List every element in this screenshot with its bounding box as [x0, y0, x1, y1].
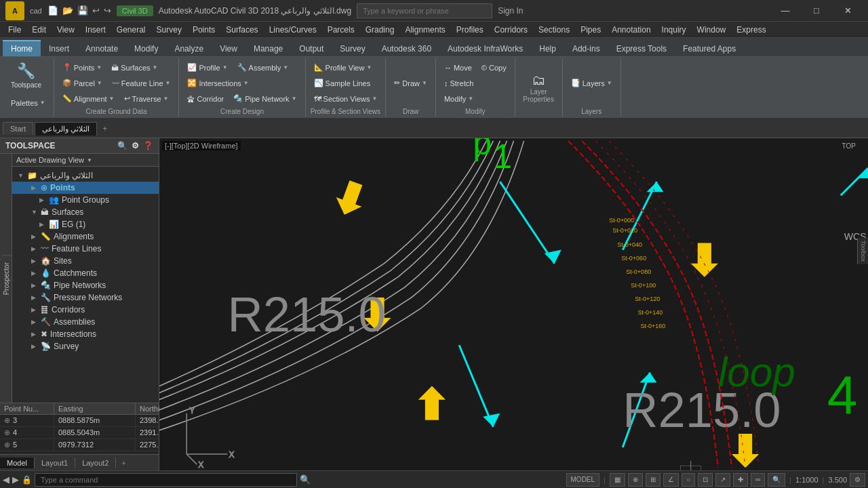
lw-btn[interactable]: ═	[751, 473, 765, 487]
menu-grading[interactable]: Grading	[360, 24, 400, 36]
modify-dropdown-btn[interactable]: Modify ▼	[440, 94, 477, 104]
snap-icon[interactable]: 🔍	[300, 474, 311, 485]
tree-item-corridors[interactable]: ▶ 🛤 Corridors	[12, 304, 159, 316]
drawing-tab-active[interactable]: الثلاثي والرباعي	[35, 122, 97, 136]
model-tab[interactable]: Model	[0, 458, 35, 468]
canvas-area[interactable]: [-][Top][2D Wireframe]	[159, 138, 868, 470]
tab-view[interactable]: View	[212, 40, 245, 56]
toolspace-btn[interactable]: 🔧 Toolspace	[7, 60, 45, 92]
minimize-btn[interactable]: —	[770, 1, 800, 20]
tree-item-feature-lines[interactable]: ▶ 〰 Feature Lines	[12, 243, 159, 255]
osnap-btn[interactable]: ○	[682, 473, 695, 487]
tab-help[interactable]: Help	[531, 40, 564, 56]
assembly-btn[interactable]: 🔧 Assembly ▼	[233, 62, 293, 73]
dyn-btn[interactable]: ✚	[733, 473, 748, 487]
otrack-btn[interactable]: ⊡	[698, 473, 713, 487]
undo-btn[interactable]: ↩	[92, 5, 100, 16]
tree-item-intersections[interactable]: ▶ ✖ Intersections	[12, 328, 159, 340]
menu-general[interactable]: General	[111, 24, 151, 36]
tree-item-points[interactable]: ▶ ⊕ Points	[12, 182, 159, 194]
draw-btn[interactable]: ✏ Draw ▼	[390, 77, 431, 89]
tab-autodesk360[interactable]: Autodesk 360	[374, 40, 439, 56]
profile-btn[interactable]: 📈 Profile ▼	[183, 62, 231, 73]
menu-profiles[interactable]: Profiles	[451, 24, 489, 36]
grid-btn[interactable]: ▦	[610, 473, 625, 487]
parcel-btn[interactable]: 📦 Parcel ▼	[58, 77, 106, 89]
drawing-tab-start[interactable]: Start	[3, 122, 33, 135]
prospector-label[interactable]: Prospector	[1, 255, 12, 302]
search-input[interactable]	[357, 3, 492, 18]
maximize-btn[interactable]: □	[802, 1, 831, 20]
palettes-btn[interactable]: Palettes ▼	[7, 98, 50, 108]
polar-btn[interactable]: ∠	[663, 473, 679, 487]
tab-addins[interactable]: Add-ins	[564, 40, 608, 56]
stretch-btn[interactable]: ↕ Stretch	[440, 78, 477, 89]
traverse-btn[interactable]: ↩ Traverse ▼	[120, 93, 173, 104]
tab-modify[interactable]: Modify	[126, 40, 166, 56]
points-btn[interactable]: 📍 Points ▼	[58, 62, 106, 73]
table-row[interactable]: ⊕4 0885.5043m 2391.6286r	[0, 427, 159, 439]
menu-insert[interactable]: Insert	[80, 24, 111, 36]
ducs-btn[interactable]: ↗	[715, 473, 730, 487]
tree-item-alignments[interactable]: ▶ 📏 Alignments	[12, 230, 159, 243]
menu-window[interactable]: Window	[692, 24, 732, 36]
table-row[interactable]: ⊕5 0979.7312 2275.6073	[0, 439, 159, 451]
toolspace-icon1[interactable]: 🔍	[117, 141, 127, 150]
toolbox-handle[interactable]: Toolbox	[857, 238, 868, 264]
menu-parcels[interactable]: Parcels	[322, 24, 360, 36]
tab-insert[interactable]: Insert	[41, 40, 77, 56]
add-layout-btn[interactable]: +	[116, 458, 131, 468]
tree-item-assemblies[interactable]: ▶ 🔨 Assemblies	[12, 316, 159, 328]
alignment-btn[interactable]: 📏 Alignment ▼	[58, 93, 119, 104]
next-btn[interactable]: ▶	[12, 474, 19, 485]
layer-properties-group[interactable]: 🗂 LayerProperties	[515, 58, 563, 117]
tree-item-catchments[interactable]: ▶ 💧 Catchments	[12, 267, 159, 279]
menu-inquiry[interactable]: Inquiry	[656, 24, 692, 36]
tree-item-point-groups[interactable]: ▶ 👥 Point Groups	[12, 194, 159, 206]
corridor-btn[interactable]: 🛣 Corridor	[183, 94, 228, 104]
sample-lines-btn[interactable]: 📉 Sample Lines	[310, 77, 375, 89]
menu-alignments[interactable]: Alignments	[399, 24, 450, 36]
redo-btn[interactable]: ↪	[104, 5, 111, 16]
toolspace-icon3[interactable]: ❓	[143, 141, 153, 150]
copy-btn[interactable]: © Copy	[477, 62, 511, 73]
model-btn[interactable]: MODEL	[566, 473, 600, 487]
settings-btn[interactable]: ⚙	[850, 473, 865, 487]
tree-item-surfaces[interactable]: ▼ 🏔 Surfaces	[12, 206, 159, 218]
intersections-btn[interactable]: 🔀 Intersections ▼	[183, 77, 252, 89]
menu-view[interactable]: View	[52, 24, 80, 36]
surfaces-btn[interactable]: 🏔 Surfaces ▼	[107, 62, 161, 73]
tab-analyze[interactable]: Analyze	[166, 40, 212, 56]
snap-btn[interactable]: ⊕	[628, 473, 643, 487]
menu-points[interactable]: Points	[187, 24, 220, 36]
menu-surfaces[interactable]: Surfaces	[220, 24, 263, 36]
tree-root[interactable]: ▼ 📁 الثلاثي والرباعي	[12, 169, 159, 182]
tree-item-pipe-networks[interactable]: ▶ 🔩 Pipe Networks	[12, 279, 159, 291]
menu-file[interactable]: File	[3, 24, 26, 36]
layout2-tab[interactable]: Layout2	[75, 458, 116, 468]
tree-item-survey[interactable]: ▶ 📡 Survey	[12, 340, 159, 352]
tab-manage[interactable]: Manage	[245, 40, 291, 56]
tab-express-tools[interactable]: Express Tools	[608, 40, 675, 56]
feature-line-btn[interactable]: 〰 Feature Line ▼	[108, 78, 175, 89]
open-btn[interactable]: 📂	[62, 5, 73, 16]
menu-sections[interactable]: Sections	[533, 24, 575, 36]
drawing-selector[interactable]: Active Drawing View ▼	[12, 154, 159, 167]
ortho-btn[interactable]: ⊞	[646, 473, 660, 487]
close-btn[interactable]: ✕	[833, 1, 863, 20]
settings-label[interactable]: Settings	[0, 259, 1, 298]
prev-btn[interactable]: ◀	[3, 474, 9, 485]
new-btn[interactable]: 📄	[47, 5, 58, 16]
menu-express[interactable]: Express	[731, 24, 771, 36]
tree-item-eg[interactable]: ▶ 📊 EG (1)	[12, 218, 159, 230]
pipe-network-btn[interactable]: 🔩 Pipe Network ▼	[229, 93, 300, 104]
tab-annotate[interactable]: Annotate	[77, 40, 126, 56]
menu-lines-curves[interactable]: Lines/Curves	[264, 24, 322, 36]
tab-survey[interactable]: Survey	[332, 40, 373, 56]
toolspace-icon2[interactable]: ⚙	[132, 141, 139, 150]
section-views-btn[interactable]: 🗺 Section Views ▼	[310, 94, 382, 104]
layers-btn[interactable]: 📑 Layers ▼	[567, 77, 616, 89]
command-input[interactable]	[35, 473, 297, 487]
table-row[interactable]: ⊕3 0888.5875m 2398.4655r	[0, 415, 159, 427]
tab-infraworks[interactable]: Autodesk InfraWorks	[439, 40, 531, 56]
